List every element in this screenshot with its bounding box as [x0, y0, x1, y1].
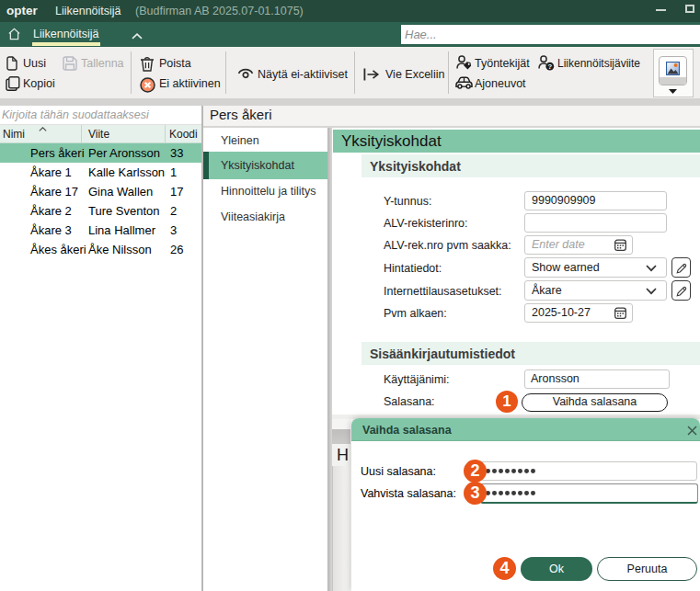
- svg-text:?: ?: [548, 63, 553, 71]
